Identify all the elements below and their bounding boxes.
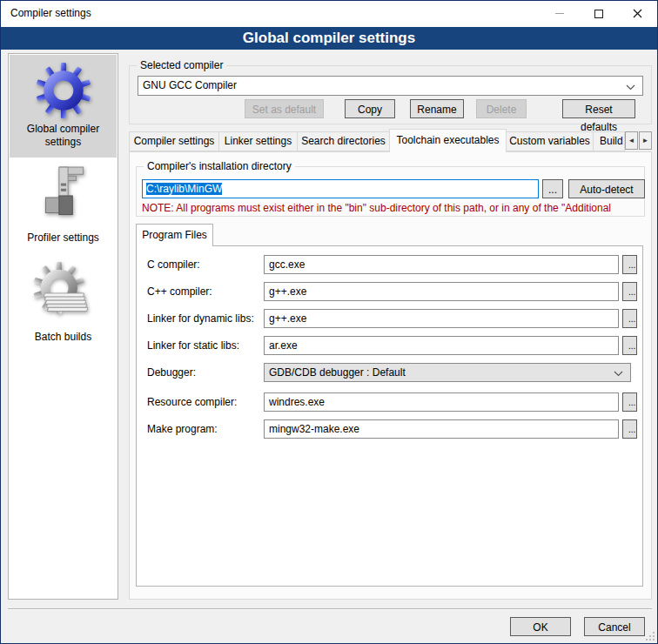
linker-dynamic-browse-button[interactable]: ...	[622, 309, 637, 328]
minimize-icon	[555, 13, 564, 14]
page-title: Global compiler settings	[1, 27, 657, 50]
tab-scroll-left-button[interactable]: ◄	[625, 131, 638, 150]
sidebar-item-profiler-settings[interactable]: Profiler settings	[10, 158, 117, 253]
cpp-compiler-input[interactable]	[264, 282, 619, 301]
rename-button[interactable]: Rename	[410, 99, 464, 118]
linker-static-input[interactable]	[264, 336, 619, 355]
resize-grip[interactable]	[646, 632, 655, 641]
title-bar: Compiler settings	[1, 1, 657, 27]
minimize-button[interactable]	[540, 1, 579, 26]
tab-toolchain-executables[interactable]: Toolchain executables	[389, 129, 507, 152]
close-button[interactable]	[618, 1, 657, 26]
debugger-select[interactable]: GDB/CDB debugger : Default	[264, 363, 631, 382]
c-compiler-input[interactable]	[264, 255, 619, 274]
tab-scroll-right-button[interactable]: ►	[639, 131, 652, 150]
close-icon	[633, 9, 642, 18]
installation-directory-input[interactable]: C:\raylib\MinGW	[142, 179, 539, 198]
make-program-label: Make program:	[147, 423, 218, 435]
set-as-default-button[interactable]: Set as default	[245, 99, 324, 118]
installation-directory-value: C:\raylib\MinGW	[146, 183, 222, 195]
caliper-icon	[35, 165, 92, 228]
sidebar-item-label: Batch builds	[10, 331, 117, 352]
sidebar-item-batch-builds[interactable]: Batch builds	[10, 254, 117, 352]
window-title: Compiler settings	[10, 7, 91, 19]
resource-compiler-label: Resource compiler:	[147, 396, 237, 408]
debugger-select-value: GDB/CDB debugger : Default	[269, 366, 406, 379]
make-program-input[interactable]	[264, 419, 619, 439]
installation-directory-browse-button[interactable]: ...	[542, 179, 563, 198]
compiler-select-value: GNU GCC Compiler	[143, 79, 237, 91]
gray-gear-stack-icon	[32, 261, 95, 327]
selected-compiler-group-label: Selected compiler	[137, 59, 226, 71]
blue-gear-icon	[35, 62, 92, 119]
cpp-compiler-label: C++ compiler:	[147, 285, 212, 298]
footer-divider-highlight	[8, 609, 652, 610]
sidebar-item-label: Profiler settings	[10, 231, 117, 253]
subtab-program-files[interactable]: Program Files	[136, 224, 213, 246]
delete-button[interactable]: Delete	[476, 99, 527, 118]
sidebar-item-label: Global compiler settings	[10, 123, 117, 158]
linker-dynamic-input[interactable]	[264, 309, 619, 328]
sidebar-item-global-compiler-settings[interactable]: Global compiler settings	[10, 55, 117, 158]
tab-compiler-settings[interactable]: Compiler settings	[129, 131, 219, 151]
auto-detect-button[interactable]: Auto-detect	[568, 179, 645, 198]
installation-directory-group-label: Compiler's installation directory	[144, 160, 295, 172]
bin-subdirectory-note: NOTE: All programs must exist either in …	[142, 202, 645, 214]
c-compiler-label: C compiler:	[147, 258, 200, 271]
c-compiler-browse-button[interactable]: ...	[622, 255, 637, 274]
resource-compiler-browse-button[interactable]: ...	[622, 392, 637, 412]
cpp-compiler-browse-button[interactable]: ...	[622, 282, 637, 301]
compiler-select[interactable]: GNU GCC Compiler	[138, 76, 643, 96]
make-program-browse-button[interactable]: ...	[622, 419, 637, 439]
tab-linker-settings[interactable]: Linker settings	[218, 131, 298, 151]
cancel-button[interactable]: Cancel	[584, 617, 645, 636]
maximize-icon	[594, 10, 603, 18]
chevron-down-icon	[614, 371, 623, 377]
linker-static-label: Linker for static libs:	[147, 339, 239, 352]
maximize-button[interactable]	[579, 1, 618, 26]
ok-button[interactable]: OK	[510, 617, 571, 636]
linker-static-browse-button[interactable]: ...	[622, 336, 637, 355]
chevron-down-icon	[626, 84, 635, 91]
compiler-settings-window: Compiler settings Global compiler settin…	[0, 0, 658, 644]
linker-dynamic-label: Linker for dynamic libs:	[147, 312, 254, 325]
settings-category-sidebar: Global compiler settings Profiler settin…	[8, 53, 118, 600]
resource-compiler-input[interactable]	[264, 392, 619, 412]
reset-defaults-button[interactable]: Reset defaults	[562, 99, 635, 118]
tab-search-directories[interactable]: Search directories	[297, 131, 390, 151]
copy-button[interactable]: Copy	[345, 99, 395, 118]
debugger-label: Debugger:	[147, 366, 196, 379]
